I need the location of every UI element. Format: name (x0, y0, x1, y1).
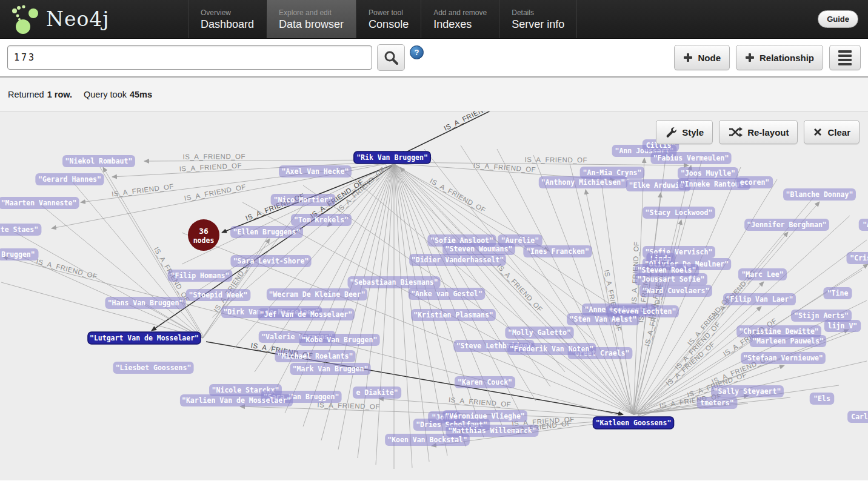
graph-node-label[interactable]: "Ellen Bruggens" (230, 226, 303, 238)
graph-node-label[interactable]: Bruggen" (0, 248, 38, 260)
graph-node-label[interactable]: "Niekol Rombaut" (62, 155, 135, 167)
graph-node-label[interactable]: "Sara Levit-Shore" (230, 255, 311, 267)
graph-node-label[interactable]: "Molly Galetto" (505, 327, 573, 339)
relayout-button[interactable]: Re-layout (719, 120, 798, 144)
graph-node-label[interactable]: "Liesbet Goossens" (113, 362, 193, 374)
graph-node-label[interactable]: tmeters" (697, 397, 738, 409)
edge-label: IS_A_FRIEND_OF (442, 111, 502, 132)
graph-node-label[interactable]: otte Staes" (0, 224, 41, 236)
graph-node-label[interactable]: "Tine (823, 287, 852, 299)
node-label-text: lijn V" (828, 322, 857, 330)
graph-node-label[interactable]: "Nico Mortier" (271, 194, 336, 206)
graph-node-label[interactable]: "Cristia (847, 252, 868, 264)
node-label-text: "Koen Van Bockstal" (387, 436, 467, 444)
help-icon[interactable]: ? (410, 45, 424, 59)
graph-node-label[interactable]: "Ali (859, 219, 868, 231)
graph-node-label[interactable]: "Mark Van Bruggen" (290, 363, 370, 375)
graph-node-label[interactable]: "Jennifer Berghman" (744, 219, 829, 231)
node-label-text: ecoren" (740, 178, 769, 187)
add-node-label: Node (698, 53, 721, 63)
graph-node-label[interactable]: "Marc Lee" (738, 268, 787, 280)
graph-node-label[interactable]: "Frederik Van Noten" (507, 343, 596, 355)
graph-node-selected[interactable]: "Rik Van Bruggen" (354, 151, 431, 164)
tab-console[interactable]: Power tool Console (356, 0, 421, 38)
graph-node-label[interactable]: "Koen Van Bockstal" (385, 434, 470, 446)
add-node-button[interactable]: Node (674, 45, 730, 70)
graph-node-label[interactable]: "Axel Van Hecke" (279, 165, 352, 177)
graph-node-label[interactable]: "Sally Steyaert" (711, 385, 784, 397)
graph-node-label[interactable]: "Stefaan Vernieuwe" (741, 352, 826, 364)
graph-node-label[interactable]: "Fabius Vermeulen" (650, 152, 731, 164)
graph-node-label[interactable]: "Gerard Hannes" (35, 173, 104, 185)
graph-node-label[interactable]: "Kobe Van Bruggen" (299, 334, 379, 346)
node-label-text: "Ali (863, 221, 868, 229)
tab-server-info[interactable]: Details Server info (499, 0, 577, 38)
graph-node-label[interactable]: "Ines Francken" (523, 245, 592, 257)
graph-node-selected[interactable]: "Lutgart Van de Mosselaer" (88, 332, 201, 344)
graph-node-label[interactable]: "Sebastiaan Biesmans" (347, 276, 440, 288)
node-label-text: "Stefaan Vernieuwe" (743, 354, 823, 362)
graph-node-label[interactable]: "Els (810, 393, 834, 405)
node-label-text: Bruggen" (1, 250, 35, 259)
graph-node-label[interactable]: "Anke van Gestel" (409, 288, 486, 300)
graph-node-label[interactable]: "Filip Van Laer" (723, 293, 796, 305)
search-button[interactable] (377, 44, 405, 71)
tab-data-browser[interactable]: Explore and edit Data browser (266, 0, 356, 38)
graph-node-label[interactable]: "Tom Krekels" (291, 214, 352, 226)
graph-node-label[interactable]: "Joussart Sofie" (635, 273, 707, 285)
graph-node-selected[interactable]: "Katleen Goossens" (593, 417, 673, 429)
graph-edge (182, 164, 394, 264)
guide-button[interactable]: Guide (818, 10, 858, 28)
neo4j-logo: Neo4j (0, 0, 188, 38)
graph-edge (72, 181, 203, 338)
style-button[interactable]: Style (656, 120, 713, 144)
node-label-text: "Jef Van de Mosselaer" (260, 310, 352, 319)
add-relationship-button[interactable]: Relationship (736, 45, 823, 70)
tab-title: Indexes (433, 18, 487, 31)
graph-node-label[interactable]: "Joos Muylle" (678, 167, 738, 179)
tab-dashboard[interactable]: Overview Dashboard (188, 0, 266, 38)
clear-button[interactable]: Clear (804, 120, 860, 144)
node-label-text: "Maarten Vanneste" (1, 199, 77, 207)
node-label-text: "Ward Cuvelaers" (643, 287, 710, 295)
graph-node-label[interactable]: "Kristien Plasmans" (411, 309, 496, 321)
graph-node-label[interactable]: "Hans Van Bruggen" (105, 297, 185, 309)
node-label-text: "Tine (827, 289, 849, 297)
add-relationship-label: Relationship (760, 53, 814, 63)
graph-edge (100, 167, 203, 338)
graph-node-label[interactable]: "Karen Couck" (455, 376, 515, 388)
graph-node-label[interactable]: "Steven Woumans" (442, 243, 515, 255)
graph-node-label[interactable]: "Anthony Michielsen" (539, 176, 627, 188)
graph-node-label[interactable]: "Filip Homans" (168, 270, 233, 282)
node-label-text: "Marleen Pauwels" (752, 337, 824, 345)
graph-node-label[interactable]: "Stijn Aerts" (791, 310, 852, 322)
edge-label: IS_A_FRIEND_OF (179, 162, 242, 173)
graph-node-label[interactable]: "Jef Van de Mosselaer" (258, 308, 355, 320)
tab-title: Dashboard (201, 18, 254, 31)
graph-node-label[interactable]: "Karlien Van de Mosselaer" (180, 394, 293, 406)
shuffle-icon (728, 126, 743, 138)
graph-node-label[interactable]: "Blanche Donnay" (783, 188, 856, 201)
graph-node-label[interactable]: "Sten Van Aelst" (567, 313, 639, 325)
graph-edge (203, 237, 268, 338)
graph-node-label[interactable]: "Ward Cuvelaers" (639, 285, 712, 297)
graph-edge (394, 164, 412, 468)
logo-text: Neo4j (46, 7, 110, 31)
graph-node-label[interactable]: "Marleen Pauwels" (750, 335, 827, 347)
graph-node-label[interactable]: "Stoepid Week" (186, 289, 251, 301)
graph-node-label[interactable]: "Michael Roelants" (275, 350, 355, 362)
graph-node-label[interactable]: "Maarten Vanneste" (0, 197, 79, 209)
graph-node-label[interactable]: "Wecram De Kleine Beer" (267, 288, 367, 300)
graph-node-label[interactable]: ecoren" (736, 176, 773, 188)
menu-button[interactable] (829, 45, 861, 70)
cluster-node[interactable]: 36nodes (188, 219, 219, 251)
query-input[interactable] (7, 45, 372, 70)
node-label-text: "Gerard Hannes" (38, 175, 101, 184)
graph-svg[interactable]: IS_A_FRIEND_OFIS_A_FRIEND_OFIS_A_FRIEND_… (0, 111, 868, 480)
tab-indexes[interactable]: Add and remove Indexes (421, 0, 499, 38)
graph-node-label[interactable]: "Didier Vanderhasselt" (409, 254, 506, 266)
graph-node-label[interactable]: Carle" (847, 411, 868, 423)
node-label-text: "Mark Van Bruggen" (293, 365, 369, 373)
graph-node-label[interactable]: e Diakité" (353, 386, 401, 399)
graph-node-label[interactable]: "Stacy Lockwood" (643, 207, 715, 219)
